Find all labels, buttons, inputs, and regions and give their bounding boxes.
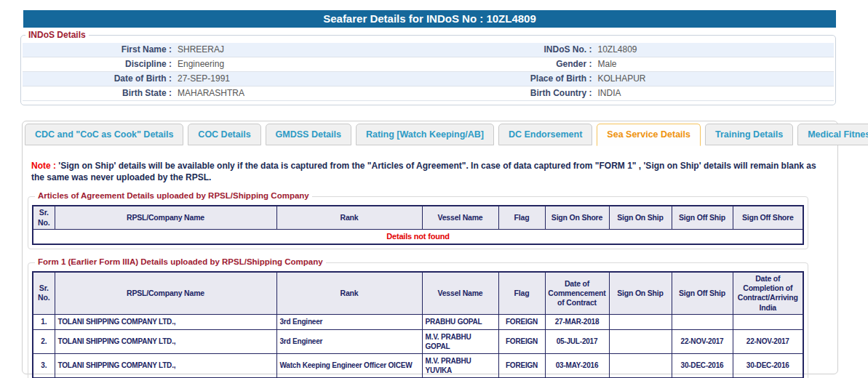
cell-sign-on-ship: [609, 329, 672, 353]
indos-no-label: INDoS No. :: [429, 43, 592, 57]
column-header-sign-off-ship: Sign Off Ship: [672, 206, 733, 229]
cell-sr-no: 3.: [33, 353, 55, 377]
column-header-flag: Flag: [498, 206, 545, 229]
column-header-rpsl-company: RPSL/Company Name: [55, 206, 276, 229]
column-header-rank: Rank: [276, 206, 422, 229]
indos-no-field: INDoS No. : 10ZL4809: [429, 43, 835, 57]
place-of-birth-value: KOLHAPUR: [592, 72, 646, 86]
tab-coc-details[interactable]: COC Details: [188, 124, 260, 145]
note: Note : 'Sign on Ship' details will be av…: [31, 160, 827, 183]
date-of-birth-label: Date of Birth :: [23, 72, 172, 86]
cell-flag: FOREIGN: [498, 329, 545, 353]
cell-sign-off-ship: 22-NOV-2017: [672, 329, 733, 353]
page-title: Seafarer Details for INDoS No : 10ZL4809: [323, 12, 536, 25]
indos-details-legend: INDoS Details: [25, 30, 89, 40]
birth-country-value: INDIA: [592, 87, 621, 100]
cell-date-commencement: 05-JUL-2017: [545, 329, 609, 353]
date-of-birth-value: 27-SEP-1991: [172, 72, 230, 86]
column-header-date-completion: Date of Completion of Contract/Arriving …: [733, 272, 803, 314]
gender-field: Gender : Male: [429, 57, 835, 71]
column-header-sign-off-shore: Sign Off Shore: [733, 206, 803, 229]
gender-value: Male: [592, 57, 617, 71]
table-row: 2. TOLANI SHIPPING COMPANY LTD., 3rd Eng…: [33, 329, 803, 353]
table-row: 3. TOLANI SHIPPING COMPANY LTD., Watch K…: [33, 353, 803, 377]
cell-sign-on-ship: [609, 314, 672, 329]
agreement-table-caption: Articles of Agreement Details uploaded b…: [35, 191, 312, 200]
column-header-sr-no: Sr. No.: [33, 272, 55, 314]
empty-row: Details not found: [33, 229, 803, 244]
column-header-sign-on-ship: Sign On Ship: [609, 206, 672, 229]
date-of-birth-field: Date of Birth : 27-SEP-1991: [23, 72, 429, 86]
column-header-flag: Flag: [498, 272, 545, 314]
indos-details-fieldset: INDoS Details First Name : SHREERAJ INDo…: [20, 35, 836, 105]
cell-sign-off-ship: 30-DEC-2016: [672, 353, 733, 377]
table-row: 1. TOLANI SHIPPING COMPANY LTD., 3rd Eng…: [33, 314, 803, 329]
birth-state-value: MAHARASHTRA: [172, 87, 244, 100]
cell-company: TOLANI SHIPPING COMPANY LTD.,: [55, 353, 276, 377]
birth-country-label: Birth Country :: [429, 87, 592, 100]
first-name-value: SHREERAJ: [172, 43, 224, 57]
column-header-sr-no: Sr. No.: [33, 206, 55, 229]
cell-rank: 3rd Engineer: [276, 329, 422, 353]
cell-sign-off-ship: [672, 314, 733, 329]
column-header-rank: Rank: [276, 272, 422, 314]
cell-rank: Watch Keeping Engineer Officer OICEW: [276, 353, 422, 377]
cell-flag: FOREIGN: [498, 314, 545, 329]
place-of-birth-field: Place of Birth : KOLHAPUR: [429, 72, 835, 86]
agreement-header-row: Sr. No. RPSL/Company Name Rank Vessel Na…: [33, 206, 803, 229]
tab-training-details[interactable]: Training Details: [705, 124, 793, 145]
first-name-label: First Name :: [23, 43, 172, 57]
field-row: First Name : SHREERAJ INDoS No. : 10ZL48…: [23, 43, 834, 57]
cell-vessel: M.V. PRABHU GOPAL: [422, 329, 498, 353]
cell-company: TOLANI SHIPPING COMPANY LTD.,: [55, 329, 276, 353]
seafarer-tabs-widget: CDC and "CoC as Cook" Details COC Detail…: [22, 121, 838, 374]
cell-date-commencement: 03-MAY-2016: [545, 353, 609, 377]
field-row: Discipline : Engineering Gender : Male: [23, 57, 834, 72]
form1-table: Sr. No. RPSL/Company Name Rank Vessel Na…: [32, 271, 804, 378]
cell-sr-no: 1.: [33, 314, 55, 329]
tab-gmdss-details[interactable]: GMDSS Details: [266, 124, 351, 145]
column-header-date-commencement: Date of Commencement of Contract: [545, 272, 609, 314]
column-header-sign-off-ship: Sign Off Ship: [672, 272, 733, 314]
cell-vessel: M.V. PRABHU YUVIKA: [422, 353, 498, 377]
cell-sr-no: 2.: [33, 329, 55, 353]
cell-date-completion: 30-DEC-2016: [733, 353, 803, 377]
cell-date-completion: [733, 314, 803, 329]
discipline-value: Engineering: [172, 57, 224, 71]
details-not-found-message: Details not found: [33, 229, 803, 244]
form1-header-row: Sr. No. RPSL/Company Name Rank Vessel Na…: [33, 272, 803, 314]
tab-rating-watch-keeping-ab[interactable]: Rating [Watch Keeping/AB]: [356, 124, 494, 145]
tab-sea-service-details[interactable]: Sea Service Details: [597, 124, 701, 146]
cell-sign-on-ship: [609, 353, 672, 377]
gender-label: Gender :: [429, 57, 592, 71]
first-name-field: First Name : SHREERAJ: [23, 43, 429, 57]
column-header-vessel-name: Vessel Name: [422, 206, 498, 229]
column-header-sign-on-ship: Sign On Ship: [609, 272, 672, 314]
birth-state-field: Birth State : MAHARASHTRA: [23, 87, 429, 100]
cell-vessel: PRABHU GOPAL: [422, 314, 498, 329]
form1-table-section: Form 1 (Earlier Form IIIA) Details uploa…: [28, 262, 808, 378]
field-row: Birth State : MAHARASHTRA Birth Country …: [23, 87, 834, 101]
tab-dc-endorsement[interactable]: DC Endorsement: [498, 124, 592, 145]
cell-date-completion: 22-NOV-2017: [733, 329, 803, 353]
tab-strip: CDC and "CoC as Cook" Details COC Detail…: [25, 124, 835, 145]
field-row: Date of Birth : 27-SEP-1991 Place of Bir…: [23, 72, 834, 87]
form1-table-caption: Form 1 (Earlier Form IIIA) Details uploa…: [35, 257, 326, 266]
page-title-bar: Seafarer Details for INDoS No : 10ZL4809: [23, 10, 836, 28]
cell-flag: FOREIGN: [498, 353, 545, 377]
agreement-table: Sr. No. RPSL/Company Name Rank Vessel Na…: [32, 205, 804, 245]
cell-company: TOLANI SHIPPING COMPANY LTD.,: [55, 314, 276, 329]
birth-state-label: Birth State :: [23, 87, 172, 100]
cell-rank: 3rd Engineer: [276, 314, 422, 329]
place-of-birth-label: Place of Birth :: [429, 72, 592, 86]
discipline-field: Discipline : Engineering: [23, 57, 429, 71]
discipline-label: Discipline :: [23, 57, 172, 71]
tab-medical-fitness-certificate[interactable]: Medical Fitness Certificate: [797, 124, 868, 145]
agreement-table-section: Articles of Agreement Details uploaded b…: [28, 196, 808, 249]
birth-country-field: Birth Country : INDIA: [429, 87, 835, 100]
column-header-vessel-name: Vessel Name: [422, 272, 498, 314]
column-header-rpsl-company: RPSL/Company Name: [55, 272, 276, 314]
column-header-sign-on-shore: Sign On Shore: [545, 206, 609, 229]
cell-date-commencement: 27-MAR-2018: [545, 314, 609, 329]
tab-cdc-coc-cook-details[interactable]: CDC and "CoC as Cook" Details: [25, 124, 183, 145]
